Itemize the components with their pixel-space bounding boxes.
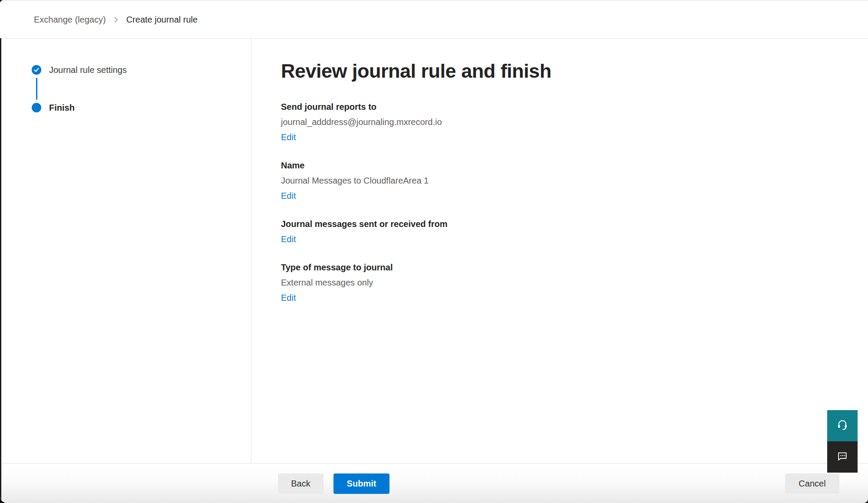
review-section-journal-messages-scope: Journal messages sent or received from E… bbox=[281, 218, 842, 245]
window-left-edge bbox=[0, 38, 1, 503]
floating-button-stack bbox=[827, 410, 858, 473]
current-step-dot-icon bbox=[32, 103, 41, 112]
review-pane: Review journal rule and finish Send jour… bbox=[251, 39, 868, 463]
section-label: Name bbox=[281, 160, 842, 171]
edit-name-link[interactable]: Edit bbox=[281, 190, 296, 202]
chevron-right-icon bbox=[113, 17, 119, 23]
wizard-action-bar: Back Submit Cancel bbox=[0, 463, 868, 503]
section-value: journal_adddress@journaling.mxrecord.io bbox=[281, 116, 842, 128]
body-row: Journal rule settings Finish Review jour… bbox=[0, 39, 868, 463]
submit-button[interactable]: Submit bbox=[333, 473, 389, 494]
app-window: Exchange (legacy) Create journal rule Jo… bbox=[0, 0, 868, 503]
wizard-step-label: Journal rule settings bbox=[49, 65, 127, 75]
check-icon bbox=[32, 65, 41, 75]
breadcrumb-create-journal-rule: Create journal rule bbox=[126, 15, 198, 25]
wizard-step-finish[interactable]: Finish bbox=[32, 103, 251, 112]
headset-icon bbox=[836, 419, 848, 433]
wizard-steps-sidebar: Journal rule settings Finish bbox=[0, 39, 251, 463]
section-label: Type of message to journal bbox=[281, 262, 842, 273]
back-button[interactable]: Back bbox=[278, 473, 323, 494]
wizard-step-label: Finish bbox=[49, 103, 75, 113]
chat-bubble-icon bbox=[836, 450, 848, 464]
review-section-type-of-message: Type of message to journal External mess… bbox=[281, 262, 842, 304]
feedback-button[interactable] bbox=[827, 441, 858, 473]
review-section-send-journal-reports-to: Send journal reports to journal_adddress… bbox=[281, 101, 842, 143]
page-title: Review journal rule and finish bbox=[281, 59, 842, 83]
step-connector-line bbox=[36, 78, 37, 100]
section-value: External messages only bbox=[281, 277, 842, 289]
cancel-button[interactable]: Cancel bbox=[785, 473, 839, 494]
edit-scope-link[interactable]: Edit bbox=[281, 233, 296, 245]
breadcrumb-exchange-legacy[interactable]: Exchange (legacy) bbox=[34, 15, 106, 25]
section-value: Journal Messages to CloudflareArea 1 bbox=[281, 175, 842, 187]
edit-send-journal-reports-link[interactable]: Edit bbox=[281, 132, 296, 143]
wizard-step-journal-rule-settings[interactable]: Journal rule settings bbox=[32, 65, 251, 75]
edit-message-type-link[interactable]: Edit bbox=[281, 292, 296, 304]
review-section-name: Name Journal Messages to CloudflareArea … bbox=[281, 160, 842, 202]
section-label: Send journal reports to bbox=[281, 101, 842, 113]
section-label: Journal messages sent or received from bbox=[281, 218, 842, 230]
top-header: Exchange (legacy) Create journal rule bbox=[0, 1, 868, 39]
help-button[interactable] bbox=[827, 410, 858, 441]
